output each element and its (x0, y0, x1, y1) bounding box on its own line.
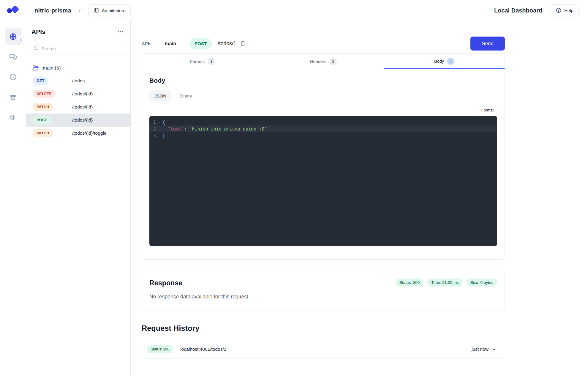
json-mode-button[interactable]: JSON (149, 90, 171, 101)
line-number: 3 (149, 133, 156, 139)
line-number: 2 (149, 126, 156, 132)
clock-icon (9, 73, 17, 81)
response-status-badge: Status: 200 (396, 279, 423, 287)
breadcrumb-path: /todos/1 (218, 40, 236, 47)
ellipsis-icon (117, 29, 124, 35)
main-panel: APIs main POST /todos/1 Send (131, 21, 588, 376)
request-breadcrumb-bar: APIs main POST /todos/1 Send (142, 37, 505, 51)
endpoint-get-todos[interactable]: GET /todos (26, 74, 130, 87)
breadcrumb-separator: / (79, 7, 80, 14)
apis-count-badge: 1 (18, 36, 24, 42)
response-time-badge: Time: 51.00 ms (427, 279, 463, 287)
help-icon (556, 7, 562, 13)
code-token: { (162, 119, 165, 125)
search-input[interactable] (30, 43, 126, 54)
architecture-button[interactable]: Architecture (88, 4, 131, 16)
sidebar-menu-button[interactable] (117, 29, 124, 35)
request-card: Params 1 Headers 2 Body 1 (142, 54, 505, 260)
nitric-logo[interactable] (0, 0, 26, 21)
endpoint-path: /todos/{id} (72, 104, 93, 110)
endpoint-patch-toggle[interactable]: PATCH /todos/{id}/toggle (26, 127, 130, 140)
request-history-heading: Request History (142, 324, 505, 333)
json-body-editor[interactable]: 1 ⌄ { 2 "text": "Finish this prisma guid… (149, 116, 497, 246)
format-button[interactable]: Format (478, 106, 497, 114)
tab-count-badge: 1 (447, 58, 454, 65)
code-token: : (184, 126, 189, 132)
request-tabs: Params 1 Headers 2 Body 1 (142, 54, 505, 69)
tab-params[interactable]: Params 1 (142, 54, 263, 69)
code-token-string: "Finish this prisma guide :D" (189, 126, 267, 132)
history-row[interactable]: Status: 200 localhost:4001/todos/1 just … (142, 345, 505, 358)
right-column: nitric-prisma / Architecture Local Dashb… (26, 0, 588, 376)
rail-item-storage[interactable] (5, 89, 21, 106)
chevron-down-icon (491, 347, 497, 352)
rail-item-websockets[interactable] (5, 48, 21, 65)
history-time-toggle[interactable]: just now (472, 347, 497, 352)
help-button[interactable]: Help (551, 4, 578, 16)
endpoint-path: /todos/{id}/toggle (72, 130, 107, 136)
apis-sidebar: APIs (26, 21, 131, 376)
sidebar-title: APIs (31, 28, 45, 35)
endpoint-post-todo[interactable]: POST /todos/{id} (26, 114, 130, 127)
copy-path-button[interactable] (240, 40, 246, 47)
architecture-label: Architecture (102, 8, 126, 13)
tab-count-badge: 2 (330, 58, 337, 65)
endpoint-patch-todo[interactable]: PATCH /todos/{id} (26, 100, 130, 114)
response-card: Response Status: 200 Time: 51.00 ms Size… (142, 271, 505, 310)
tab-headers[interactable]: Headers 2 (263, 54, 384, 69)
breadcrumb-apis: APIs (142, 41, 151, 46)
rail-item-topics[interactable] (5, 109, 21, 126)
rail-item-apis[interactable]: 1 (5, 28, 21, 45)
response-empty-message: No response data available for this requ… (149, 294, 497, 300)
tab-label: Headers (310, 59, 326, 64)
help-label: Help (564, 8, 573, 13)
history-url: localhost:4001/todos/1 (180, 347, 226, 352)
body-panel: Body JSON Binary Format 1 (142, 69, 505, 259)
chat-bubbles-icon (9, 53, 17, 61)
history-status-badge: Status: 200 (147, 345, 173, 353)
api-group-main[interactable]: main (5) (32, 64, 130, 71)
tab-body[interactable]: Body 1 (384, 54, 505, 69)
api-group-label: main (5) (43, 65, 61, 71)
code-token-key: "text" (168, 126, 184, 132)
map-icon (93, 7, 99, 13)
tab-label: Params (190, 59, 205, 64)
method-badge: DELETE (33, 90, 56, 98)
folder-open-icon (32, 64, 39, 71)
fold-arrow-icon[interactable]: ⌄ (156, 120, 162, 124)
send-button[interactable]: Send (470, 37, 505, 51)
method-badge: PATCH (33, 103, 53, 111)
bucket-icon (9, 93, 17, 101)
editor-line: 3 } (149, 132, 497, 139)
code-token (162, 126, 168, 132)
app-root: 1 nitric- (0, 0, 588, 376)
nitric-logo-icon (6, 4, 20, 18)
response-size-badge: Size: 0 bytes (467, 279, 497, 287)
line-number: 1 (149, 119, 156, 125)
history-time-label: just now (472, 347, 489, 352)
endpoint-path: /todos (72, 78, 85, 84)
top-bar: nitric-prisma / Architecture Local Dashb… (26, 0, 588, 21)
rail-item-schedules[interactable] (5, 69, 21, 85)
breadcrumb-method-badge: POST (189, 38, 212, 49)
project-title: nitric-prisma (34, 7, 71, 14)
body-heading: Body (149, 77, 497, 84)
icon-rail: 1 (0, 0, 26, 376)
code-token: } (162, 133, 165, 139)
breadcrumb-api-name: main (165, 41, 176, 46)
dashboard-title: Local Dashboard (494, 7, 542, 14)
clipboard-icon (240, 40, 246, 47)
endpoint-delete-todo[interactable]: DELETE /todos/{id} (26, 87, 130, 100)
method-badge: GET (33, 77, 48, 85)
search-icon (33, 46, 39, 51)
tab-count-badge: 1 (208, 58, 215, 65)
megaphone-icon (9, 114, 17, 121)
tab-label: Body (434, 59, 444, 64)
globe-icon (9, 33, 17, 40)
method-badge: POST (33, 116, 51, 124)
binary-mode-button[interactable]: Binary (179, 93, 192, 98)
editor-line-active: 2 "text": "Finish this prisma guide :D" (149, 125, 497, 132)
endpoint-path: /todos/{id} (72, 91, 93, 97)
method-badge: PATCH (33, 129, 53, 137)
content-shell: APIs (26, 21, 588, 376)
